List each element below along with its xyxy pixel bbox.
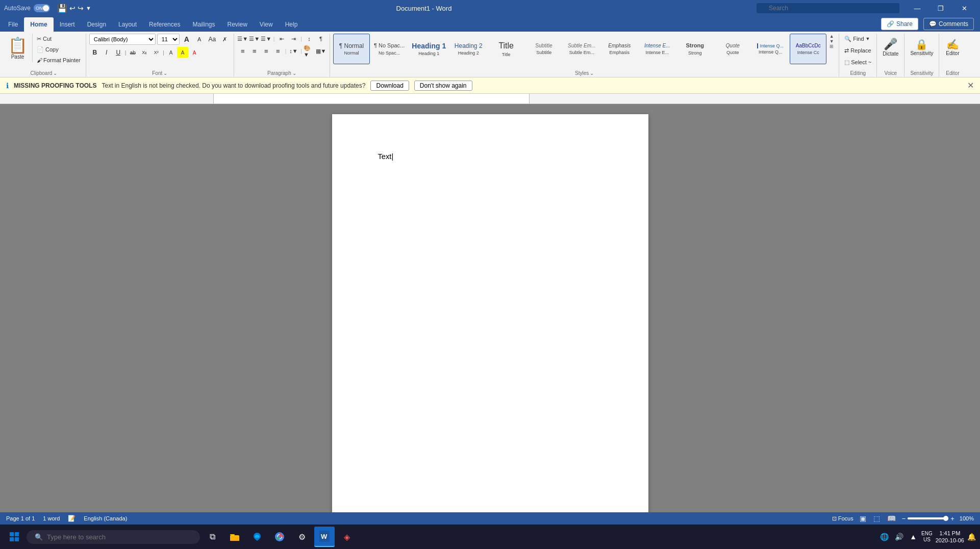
title-search-input[interactable] — [757, 3, 899, 13]
tab-help[interactable]: Help — [279, 17, 304, 32]
decrease-font-button[interactable]: A — [194, 34, 205, 45]
focus-button[interactable]: ⊡ Focus — [832, 515, 853, 522]
subscript-button[interactable]: X₂ — [139, 47, 150, 58]
close-button[interactable]: ✕ — [952, 0, 976, 16]
text-effects-button[interactable]: A — [165, 47, 177, 58]
styles-scroll-up-icon[interactable]: ▲ — [830, 34, 834, 39]
align-right-button[interactable]: ≡ — [261, 46, 272, 56]
decrease-indent-button[interactable]: ⇤ — [276, 34, 287, 44]
tab-mailings[interactable]: Mailings — [186, 17, 221, 32]
style-strong[interactable]: Strong Strong — [676, 34, 713, 64]
time-display[interactable]: 1:41 PM 2020-10-06 — [936, 530, 964, 544]
superscript-button[interactable]: X² — [150, 47, 162, 58]
clear-format-button[interactable]: ✗ — [219, 34, 231, 45]
style-emphasis[interactable]: Emphasis Emphasis — [601, 34, 638, 64]
line-spacing-button[interactable]: ↕▼ — [288, 46, 299, 56]
taskbar-search-input[interactable] — [47, 533, 190, 541]
tab-layout[interactable]: Layout — [112, 17, 143, 32]
find-button[interactable]: 🔍 Find ▼ — [842, 34, 872, 44]
unknown-app-button[interactable]: ◈ — [337, 527, 357, 547]
select-button[interactable]: ⬚ Select ~ — [842, 57, 873, 67]
shading-button[interactable]: 🎨▼ — [304, 46, 315, 56]
comments-button[interactable]: 💬 Comments — [923, 18, 974, 30]
customize-icon[interactable]: ▼ — [86, 5, 91, 11]
editor-button[interactable]: ✍ Editor — [942, 34, 963, 62]
sensitivity-button[interactable]: 🔒 Sensitivity — [908, 34, 936, 62]
styles-expand-icon[interactable]: ⌄ — [590, 70, 594, 76]
chrome-button[interactable] — [269, 527, 290, 547]
print-layout-button[interactable]: ▣ — [859, 514, 867, 522]
replace-button[interactable]: ⇄ Replace — [842, 45, 873, 56]
tab-view[interactable]: View — [254, 17, 279, 32]
read-mode-button[interactable]: 📖 — [886, 514, 897, 522]
proofing-icon[interactable]: 📝 — [68, 515, 76, 522]
copy-button[interactable]: 📄 Copy — [35, 44, 83, 55]
zoom-slider[interactable] — [908, 517, 948, 519]
language[interactable]: English (Canada) — [84, 515, 127, 521]
zoom-out-button[interactable]: − — [902, 515, 906, 522]
volume-tray-icon[interactable]: 🔊 — [893, 533, 905, 541]
show-formatting-button[interactable]: ¶ — [315, 34, 326, 44]
settings-button[interactable]: ⚙ — [292, 527, 312, 547]
align-center-button[interactable]: ≡ — [249, 46, 260, 56]
highlight-color-button[interactable]: A — [177, 47, 188, 58]
style-heading2[interactable]: Heading 2 Heading 2 — [450, 34, 487, 64]
tab-references[interactable]: References — [143, 17, 186, 32]
style-intense-em[interactable]: Intense E... Intense E... — [639, 34, 675, 64]
format-painter-button[interactable]: 🖌 Format Painter — [35, 55, 83, 65]
numbering-button[interactable]: ☰▼ — [249, 34, 260, 44]
style-subtitle[interactable]: Subtitle Subtitle — [525, 34, 562, 64]
dont-show-again-button[interactable]: Don't show again — [414, 81, 472, 91]
undo-icon[interactable]: ↩ — [69, 4, 76, 12]
edge-browser-button[interactable] — [247, 527, 267, 547]
borders-button[interactable]: ▦▼ — [315, 46, 326, 56]
font-family-select[interactable]: Calibri (Body) — [89, 34, 156, 45]
align-left-button[interactable]: ≡ — [237, 46, 248, 56]
underline-button[interactable]: U — [113, 47, 124, 58]
document-text[interactable]: Text — [378, 151, 612, 162]
multilevel-button[interactable]: ☰▼ — [261, 34, 272, 44]
justify-button[interactable]: ≡ — [272, 46, 284, 56]
styles-more-icon[interactable]: ⊞ — [830, 44, 834, 49]
network-tray-icon[interactable]: 🌐 — [878, 533, 890, 541]
font-expand-icon[interactable]: ⌄ — [163, 70, 167, 76]
redo-icon[interactable]: ↪ — [78, 4, 84, 12]
web-layout-button[interactable]: ⬚ — [872, 514, 881, 522]
tab-review[interactable]: Review — [221, 17, 253, 32]
style-no-spacing[interactable]: ¶ No Spac... No Spac... — [371, 34, 408, 64]
style-subtle-em[interactable]: Subtle Em... Subtle Em... — [563, 34, 600, 64]
zoom-percent[interactable]: 100% — [960, 515, 974, 521]
font-size-select[interactable]: 11 — [157, 34, 180, 45]
task-view-button[interactable]: ⧉ — [202, 527, 222, 547]
style-title[interactable]: Title Title — [488, 34, 524, 64]
font-color-button[interactable]: A — [189, 47, 200, 58]
dictate-button[interactable]: 🎤 Dictate — [880, 34, 901, 62]
clipboard-expand-icon[interactable]: ⌄ — [53, 70, 57, 76]
share-button[interactable]: 🔗 Share — [881, 18, 918, 30]
start-button[interactable] — [4, 527, 24, 547]
styles-scroll-buttons[interactable]: ▲ ▼ ⊞ — [827, 34, 836, 49]
word-button[interactable]: W — [314, 527, 335, 547]
minimize-button[interactable]: — — [906, 0, 929, 16]
strikethrough-button[interactable]: ab — [127, 47, 138, 58]
save-icon[interactable]: 💾 — [57, 4, 67, 13]
styles-scroll-down-icon[interactable]: ▼ — [830, 39, 834, 44]
zoom-thumb[interactable] — [943, 516, 948, 521]
restore-button[interactable]: ❐ — [929, 0, 952, 16]
zoom-in-button[interactable]: + — [950, 515, 954, 522]
style-intense-quote[interactable]: Intense Q... Intense Q... — [752, 34, 789, 64]
tab-insert[interactable]: Insert — [54, 17, 81, 32]
paragraph-expand-icon[interactable]: ⌄ — [292, 70, 296, 76]
notifications-icon[interactable]: 🔔 — [967, 533, 976, 541]
bold-button[interactable]: B — [89, 47, 100, 58]
autosave-toggle[interactable]: ON — [34, 4, 50, 12]
tab-file[interactable]: File — [2, 17, 24, 32]
increase-indent-button[interactable]: ⇥ — [288, 34, 299, 44]
cut-button[interactable]: ✂ Cut — [35, 34, 83, 44]
sort-button[interactable]: ↕ — [304, 34, 315, 44]
change-case-button[interactable]: Aa — [207, 34, 218, 45]
style-intense-cc[interactable]: AaBbCcDc Intense Cc — [790, 34, 826, 64]
style-heading1[interactable]: Heading 1 Heading 1 — [409, 34, 449, 64]
tab-design[interactable]: Design — [81, 17, 112, 32]
bullets-button[interactable]: ☰▼ — [237, 34, 248, 44]
